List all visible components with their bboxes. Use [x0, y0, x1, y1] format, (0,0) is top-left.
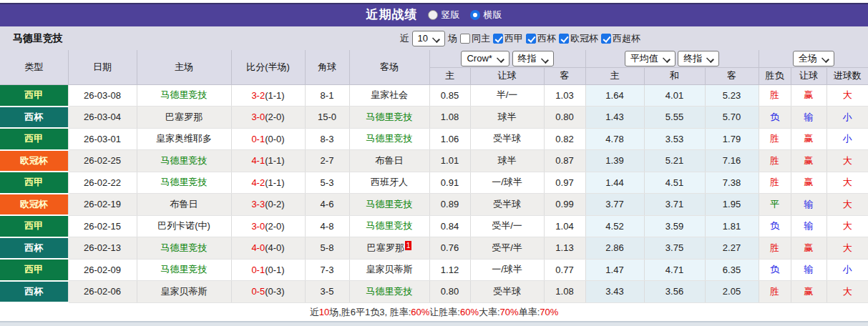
- table-row: 西甲 26-03-08 马德里竞技 3-2(1-1) 8-1 皇家社会 0.85…: [0, 84, 868, 107]
- results-table: 类型 日期 主场 比分(半场) 角球 客场 Crow* 终指: [0, 50, 868, 303]
- match-result: 胜: [759, 237, 791, 260]
- home-team[interactable]: 巴塞罗那: [165, 112, 203, 122]
- crow-odds-stage-select[interactable]: 终指: [512, 51, 554, 66]
- average-select[interactable]: 平均值: [625, 51, 676, 66]
- half-time-score: (2-0): [265, 221, 284, 232]
- league-type-cell: 西杯: [0, 237, 68, 260]
- crow-home-odds: 0.89: [429, 194, 470, 216]
- header-score: 比分(半场): [231, 50, 305, 84]
- league-filter-ucl[interactable]: 欧冠杯: [559, 32, 598, 45]
- crow-home-odds: 1.12: [429, 259, 470, 281]
- league-filter-liga[interactable]: 西甲: [493, 32, 523, 45]
- away-team[interactable]: 皇家贝蒂斯: [366, 264, 413, 275]
- match-count-select[interactable]: 10: [412, 31, 445, 46]
- same-home-checkbox[interactable]: 同主: [460, 32, 490, 45]
- away-team[interactable]: 马德里竞技: [366, 220, 413, 231]
- handicap-result: 赢: [791, 128, 826, 150]
- home-team[interactable]: 马德里竞技: [161, 155, 208, 166]
- half-time-score: (0-2): [265, 199, 284, 209]
- crow-handicap: 受半球: [470, 281, 544, 303]
- away-team[interactable]: 布鲁日: [376, 155, 404, 166]
- radio-unchecked-icon[interactable]: [428, 10, 438, 20]
- table-row: 西甲 26-03-01 皇家奥维耶多 0-1(0-0) 8-3 马德里竞技 1.…: [0, 128, 868, 150]
- match-date: 26-02-13: [68, 237, 137, 260]
- league-filter-copa[interactable]: 西杯: [526, 32, 556, 45]
- avg-odds-stage-select[interactable]: 终指: [678, 51, 719, 66]
- near-label: 近: [400, 32, 409, 45]
- filters: 近 10 场 同主 西甲 西杯 欧冠杯: [400, 31, 640, 46]
- crow-away-odds: 1.03: [544, 84, 585, 107]
- score-cell: 0-5(0-3): [231, 281, 305, 303]
- away-team-cell: 布鲁日: [349, 150, 429, 172]
- goals-result: 大: [826, 150, 868, 172]
- full-time-score: 3-0: [251, 221, 265, 232]
- checkbox-unchecked-icon[interactable]: [460, 34, 470, 44]
- away-team[interactable]: 马德里竞技: [366, 199, 413, 209]
- home-team[interactable]: 皇家贝蒂斯: [161, 286, 208, 297]
- home-team[interactable]: 马德里竞技: [161, 177, 208, 187]
- away-team[interactable]: 西班牙人: [371, 177, 408, 187]
- match-date: 26-02-15: [68, 215, 137, 237]
- corner-score: 4-8: [305, 215, 349, 237]
- match-date: 26-02-25: [68, 150, 137, 172]
- away-team[interactable]: 巴塞罗那: [367, 242, 404, 253]
- goals-result: 大: [826, 172, 868, 194]
- away-team[interactable]: 马德里竞技: [366, 286, 413, 297]
- table-row: 西杯 26-02-13 马德里竞技 4-0(4-0) 5-8 巴塞罗那1 0.7…: [0, 237, 868, 260]
- single-rate: 70%: [540, 307, 558, 317]
- league-type-cell: 欧冠杯: [0, 194, 68, 216]
- score-cell: 4-2(1-1): [231, 172, 305, 194]
- half-time-score: (0-0): [265, 134, 284, 144]
- avg-away-odds: 1.81: [705, 215, 759, 237]
- goals-result: 小: [826, 128, 868, 150]
- corner-score: 8-3: [305, 128, 349, 150]
- crow-header-cell: Crow* 终指: [429, 50, 585, 67]
- home-team[interactable]: 巴列卡诺(中): [157, 220, 210, 231]
- checkbox-checked-icon[interactable]: [493, 34, 503, 44]
- home-team[interactable]: 布鲁日: [170, 199, 198, 209]
- crow-home-odds: 0.91: [429, 172, 470, 194]
- handicap-result: 赢: [791, 237, 826, 260]
- avg-draw-odds: 4.51: [644, 172, 705, 194]
- match-date: 26-02-22: [68, 172, 137, 194]
- away-team[interactable]: 马德里竞技: [366, 112, 413, 122]
- home-team[interactable]: 马德里竞技: [161, 242, 208, 253]
- horizontal-layout-radio[interactable]: 横版: [470, 9, 502, 21]
- home-team[interactable]: 马德里竞技: [161, 89, 208, 100]
- checkbox-checked-icon[interactable]: [526, 34, 536, 44]
- corner-score: 5-3: [305, 172, 349, 194]
- crow-home-odds: 0.76: [429, 237, 470, 260]
- half-time-score: (0-1): [265, 265, 284, 275]
- chevron-down-icon: [707, 55, 713, 61]
- goals-result: 大: [826, 237, 868, 260]
- checkbox-checked-icon[interactable]: [601, 34, 611, 44]
- goals-result: 大: [826, 281, 868, 303]
- avg-draw-odds: 3.71: [644, 194, 705, 216]
- match-result: 胜: [759, 128, 791, 150]
- match-date: 26-02-09: [68, 259, 137, 281]
- vertical-layout-radio[interactable]: 竖版: [428, 9, 460, 21]
- radio-checked-icon[interactable]: [470, 10, 480, 20]
- league-filter-supercup[interactable]: 西超杯: [601, 32, 640, 45]
- avg-away-odds: 7.38: [705, 172, 759, 194]
- bookmaker-select[interactable]: Crow*: [461, 51, 509, 66]
- crow-home-odds: 0.84: [429, 215, 470, 237]
- crow-home-odds: 1.06: [429, 128, 470, 150]
- handicap-result: 赢: [791, 84, 826, 107]
- handicap-result: 赢: [791, 281, 826, 303]
- crow-away-odds: 1.08: [544, 281, 585, 303]
- score-cell: 3-0(2-0): [231, 107, 305, 129]
- avg-draw-odds: 3.56: [644, 281, 705, 303]
- away-team[interactable]: 皇家社会: [371, 89, 408, 100]
- away-team[interactable]: 马德里竞技: [366, 133, 413, 144]
- checkbox-checked-icon[interactable]: [559, 34, 569, 44]
- avg-draw-odds: 3.59: [644, 215, 705, 237]
- avg-away-odds: 2.05: [705, 281, 759, 303]
- scope-select[interactable]: 全场: [793, 51, 834, 66]
- crow-away-odds: 1.04: [544, 215, 585, 237]
- home-team[interactable]: 皇家奥维耶多: [156, 133, 212, 144]
- handicap-win-rate: 60%: [460, 307, 479, 317]
- crow-handicap: 半/一: [470, 84, 544, 107]
- summary-line: 近10场,胜6平1负3, 胜率:60% 让胜率:60% 大率:70% 单率:70…: [0, 303, 868, 321]
- home-team[interactable]: 马德里竞技: [161, 264, 208, 275]
